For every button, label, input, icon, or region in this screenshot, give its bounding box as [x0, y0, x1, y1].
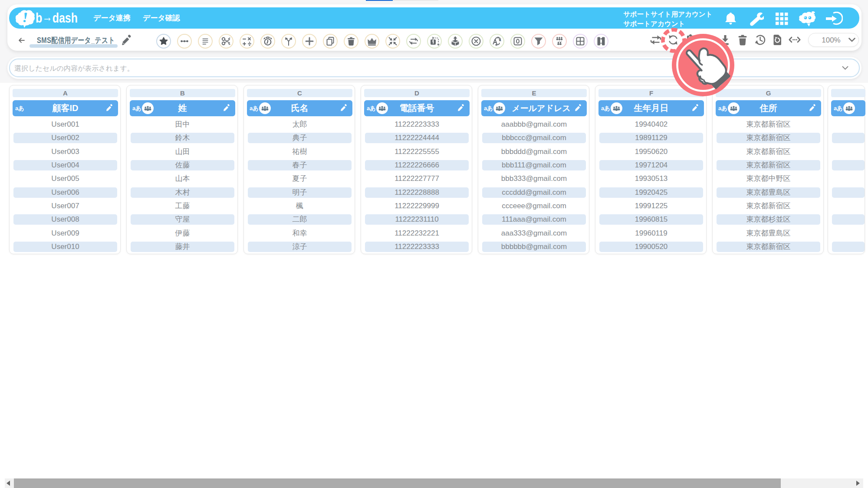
svg-text:a: a — [499, 38, 501, 42]
